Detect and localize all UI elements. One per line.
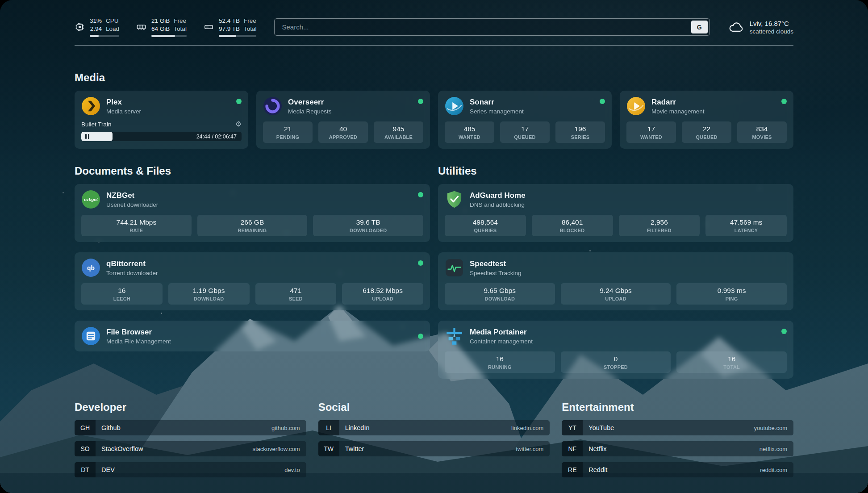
card-portainer: Media Portainer Container management 16 … [438, 321, 793, 379]
stat-label: SERIES [557, 134, 603, 140]
stat-label: LEECH [83, 296, 161, 301]
pause-button[interactable] [85, 134, 89, 139]
memory-progress-bar [151, 35, 187, 37]
disk-total-label: Total [244, 25, 257, 33]
memory-free-label: Free [174, 17, 186, 25]
bookmark-row-twitter[interactable]: TW Twitter twitter.com [318, 441, 550, 456]
stat-label: RATE [83, 228, 190, 233]
stat-label: TOTAL [678, 364, 785, 370]
stat-label: DOWNLOADED [315, 228, 421, 233]
bookmark-name: LinkedIn [345, 424, 370, 431]
service-description: Usenet downloader [106, 201, 158, 208]
bookmark-row-reddit[interactable]: RE Reddit reddit.com [562, 462, 793, 477]
service-name: Speedtest [470, 259, 522, 268]
bookmark-name: Github [101, 424, 121, 431]
radarr-app-link[interactable]: Radarr Movie management [626, 96, 787, 116]
bookmark-row-github[interactable]: GH Github github.com [75, 420, 306, 435]
bookmark-url: twitter.com [516, 446, 543, 452]
stat-value: 471 [257, 287, 335, 295]
stat-label: REMAINING [199, 228, 306, 233]
section-title-utilities: Utilities [438, 165, 793, 177]
stat-label: STOPPED [563, 364, 669, 370]
filebrowser-app-link[interactable]: File Browser Media File Management [81, 326, 423, 346]
service-description: Container management [470, 338, 533, 345]
svg-text:nzbget: nzbget [84, 197, 98, 202]
stat-label: UPLOAD [563, 296, 669, 301]
stat-running: 16 RUNNING [445, 351, 555, 373]
qbittorrent-app-link[interactable]: qb qBittorrent Torrent downloader [81, 258, 423, 277]
stat-wanted: 17 WANTED [626, 121, 676, 143]
stats-row: 498,564 QUERIES 86,401 BLOCKED 2,956 FIL… [445, 215, 787, 236]
bookmark-row-youtube[interactable]: YT YouTube youtube.com [562, 420, 793, 435]
stat-label: SEED [257, 296, 335, 301]
status-dot [236, 99, 242, 104]
stat-label: PING [678, 296, 785, 301]
bookmark-row-netflix[interactable]: NF Netflix netflix.com [562, 441, 793, 456]
section-title-media: Media [75, 71, 793, 84]
cpu-percent: 31% [90, 17, 102, 25]
portainer-app-link[interactable]: Media Portainer Container management [445, 326, 787, 346]
bookmark-name: DEV [101, 466, 115, 473]
cpu-label: CPU [106, 17, 119, 25]
status-dot [418, 334, 423, 339]
stat-queued: 17 QUEUED [500, 121, 550, 143]
bookmark-row-stackoverflow[interactable]: SO StackOverflow stackoverflow.com [75, 441, 306, 456]
stat-label: DOWNLOAD [447, 296, 553, 301]
service-description: Speedtest Tracking [470, 270, 522, 276]
svg-text:qb: qb [87, 264, 95, 272]
playback-progress: 24:44 / 02:06:47 [81, 132, 242, 141]
stat-value: 16 [678, 355, 785, 363]
overseerr-icon [263, 96, 282, 116]
service-name: Radarr [651, 97, 705, 107]
sonarr-icon [445, 96, 464, 116]
bookmark-url: dev.to [284, 467, 300, 473]
bookmark-url: reddit.com [760, 467, 787, 473]
settings-gear-icon[interactable]: ⚙ [235, 121, 242, 128]
stat-queries: 498,564 QUERIES [445, 215, 526, 236]
plex-app-link[interactable]: Plex Media server [81, 96, 242, 116]
plex-icon [81, 96, 100, 116]
nzbget-app-link[interactable]: nzbget NZBGet Usenet downloader [81, 190, 423, 209]
stat-value: 16 [447, 355, 553, 363]
bookmark-name: Twitter [345, 445, 364, 452]
search-provider-button[interactable]: G [691, 21, 708, 33]
stat-value: 945 [376, 125, 421, 133]
service-name: Overseerr [288, 97, 332, 107]
resource-widgets: 31% 2.94 CPU Load [75, 17, 256, 37]
cpu-widget: 31% 2.94 CPU Load [75, 17, 119, 37]
bookmark-abbr: DT [75, 462, 96, 477]
bookmark-url: github.com [271, 425, 300, 431]
card-speedtest: Speedtest Speedtest Tracking 9.65 Gbps D… [438, 252, 793, 310]
stat-latency: 47.569 ms LATENCY [705, 215, 787, 236]
stat-value: 196 [557, 125, 603, 133]
section-title-developer: Developer [75, 401, 306, 414]
adguard-shield-icon [445, 190, 464, 209]
stat-value: 22 [684, 125, 730, 133]
stat-value: 744.21 Mbps [83, 218, 190, 226]
status-dot [781, 329, 787, 334]
bookmark-row-dev[interactable]: DT DEV dev.to [75, 462, 306, 477]
stats-row: 744.21 Mbps RATE 266 GB REMAINING 39.6 T… [81, 215, 423, 236]
stat-value: 1.19 Gbps [170, 287, 248, 295]
bookmark-name: StackOverflow [101, 445, 143, 452]
section-title-documents: Documents & Files [75, 165, 430, 177]
card-filebrowser: File Browser Media File Management [75, 321, 430, 351]
bookmark-abbr: LI [318, 420, 339, 435]
search-input[interactable] [276, 23, 691, 31]
stat-value: 9.65 Gbps [447, 287, 553, 295]
card-qbittorrent: qb qBittorrent Torrent downloader [75, 252, 430, 310]
adguard-app-link[interactable]: AdGuard Home DNS and adblocking [445, 190, 787, 209]
service-name: qBittorrent [106, 259, 158, 268]
bookmark-row-linkedin[interactable]: LI LinkedIn linkedin.com [318, 420, 550, 435]
stat-upload: 9.24 Gbps UPLOAD [561, 283, 671, 305]
stat-value: 834 [739, 125, 785, 133]
disk-free-label: Free [244, 17, 256, 25]
sonarr-app-link[interactable]: Sonarr Series management [445, 96, 605, 116]
stat-value: 2,956 [621, 218, 698, 226]
weather-condition: scattered clouds [750, 28, 793, 35]
documents-column: Documents & Files nzbget [75, 149, 430, 351]
speedtest-app-link[interactable]: Speedtest Speedtest Tracking [445, 258, 787, 277]
stat-value: 47.569 ms [707, 218, 785, 226]
header: 31% 2.94 CPU Load [75, 17, 793, 37]
overseerr-app-link[interactable]: Overseerr Media Requests [263, 96, 423, 116]
